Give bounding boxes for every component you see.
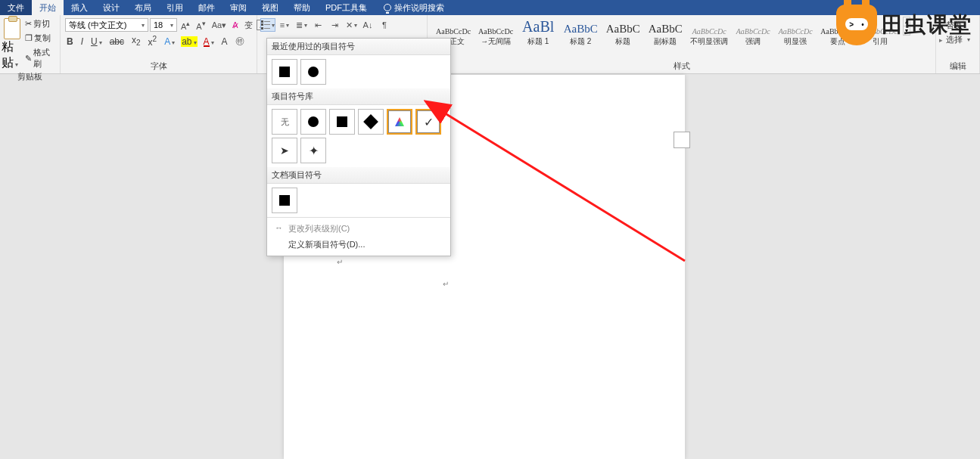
paste-button[interactable]: 粘贴 <box>2 17 22 71</box>
superscript-button[interactable]: x2 <box>147 35 159 48</box>
watermark-logo: >• 田虫课堂 <box>836 5 972 45</box>
cut-button[interactable]: 剪切 <box>22 17 58 31</box>
multilevel-button[interactable]: ≣ <box>294 18 309 32</box>
paste-icon <box>4 18 20 39</box>
clear-formatting-button[interactable]: A̷ <box>230 20 241 30</box>
change-list-level: 更改列表级别(C) <box>273 221 444 237</box>
tab-file[interactable]: 文件 <box>0 0 32 15</box>
bullet-option-none[interactable]: 无 <box>272 109 297 135</box>
bulb-icon <box>384 4 391 11</box>
group-clipboard-label: 剪贴板 <box>2 71 58 84</box>
grow-font-button[interactable]: A▴ <box>179 19 192 31</box>
style-item[interactable]: AaBbCcDc强调 <box>732 17 774 49</box>
tab-references[interactable]: 引用 <box>159 0 191 15</box>
paragraph-mark: ↵ <box>443 280 685 288</box>
bullet-option-square[interactable] <box>329 109 355 135</box>
group-font: 等线 (中文正文) 18 A▴ A▾ Aa▾ A̷ 变 A B I U abc … <box>61 15 257 73</box>
bullets-dropdown-panel: 最近使用过的项目符号 项目符号库 无 文档项目符号 更改列表级别(C) 定义新项… <box>266 38 451 256</box>
strike-button[interactable]: abc <box>108 36 126 47</box>
tab-mailings[interactable]: 邮件 <box>191 0 222 15</box>
group-styles-label: 样式 <box>432 60 931 73</box>
tab-pdftools[interactable]: PDF工具集 <box>318 0 375 15</box>
enclose-chars-button[interactable]: ㊕ <box>234 35 246 48</box>
ribbon: 粘贴 剪切 复制 格式刷 剪贴板 等线 (中文正文) 18 A▴ A▾ Aa▾ … <box>0 15 980 74</box>
logo-icon: >• <box>836 5 877 45</box>
tab-review[interactable]: 审阅 <box>222 0 254 15</box>
paste-label: 粘贴 <box>2 39 22 71</box>
font-color-button[interactable]: A <box>202 36 216 47</box>
asian-layout-button[interactable]: ✕ <box>344 18 359 32</box>
show-marks-button[interactable]: ¶ <box>377 18 392 32</box>
font-name-select[interactable]: 等线 (中文正文) <box>65 18 148 32</box>
text-effects-button[interactable]: A <box>163 36 176 47</box>
tab-help[interactable]: 帮助 <box>286 0 318 15</box>
page-break-marker <box>674 132 690 148</box>
highlight-button[interactable]: ab <box>181 36 197 47</box>
copy-button[interactable]: 复制 <box>22 31 58 45</box>
format-painter-button[interactable]: 格式刷 <box>22 45 58 71</box>
style-item[interactable]: AaBbC标题 <box>602 17 644 49</box>
recent-bullets-header: 最近使用过的项目符号 <box>267 39 450 55</box>
tab-view[interactable]: 视图 <box>254 0 286 15</box>
bullet-option-star[interactable] <box>300 138 326 163</box>
doc-bullets-header: 文档项目符号 <box>267 167 450 184</box>
bold-button[interactable]: B <box>65 36 75 47</box>
subscript-button[interactable]: x2 <box>130 35 142 47</box>
bullet-option-square[interactable] <box>272 59 297 85</box>
numbering-button[interactable]: ≡ <box>277 18 292 32</box>
change-case-button[interactable]: Aa▾ <box>210 20 229 30</box>
styles-gallery[interactable]: AaBbCcDc→正文AaBbCcDc→无间隔AaBl标题 1AaBbC标题 2… <box>432 17 901 49</box>
group-editing-label: 编辑 <box>939 60 976 73</box>
bullet-option-diamond[interactable] <box>358 109 384 135</box>
bullets-button[interactable] <box>260 18 275 32</box>
bullet-option-check[interactable] <box>415 109 441 135</box>
style-item[interactable]: AaBl标题 1 <box>517 17 559 49</box>
bullet-library-header: 项目符号库 <box>267 88 450 105</box>
search-label: 操作说明搜索 <box>394 2 444 14</box>
ribbon-tabs: 文件 开始 插入 设计 布局 引用 邮件 审阅 视图 帮助 PDF工具集 操作说… <box>0 0 980 15</box>
tell-me-search[interactable]: 操作说明搜索 <box>384 0 444 15</box>
increase-indent-button[interactable]: ⇥ <box>327 18 342 32</box>
bullet-option-circle[interactable] <box>300 59 326 85</box>
style-item[interactable]: AaBbCcDc不明显强调 <box>686 17 732 49</box>
font-size-select[interactable]: 18 <box>150 18 177 32</box>
logo-text: 田虫课堂 <box>882 11 972 39</box>
underline-button[interactable]: U <box>89 36 104 47</box>
group-font-label: 字体 <box>65 60 252 73</box>
tab-layout[interactable]: 布局 <box>127 0 159 15</box>
phonetic-guide-button[interactable]: 变 <box>242 20 255 31</box>
style-item[interactable]: AaBbCcDc→无间隔 <box>474 17 517 49</box>
paragraph-mark: ↵ <box>337 258 685 266</box>
bullet-option-circle[interactable] <box>300 109 326 135</box>
style-item[interactable]: AaBbC标题 2 <box>559 17 602 49</box>
tab-home[interactable]: 开始 <box>32 0 64 15</box>
style-item[interactable]: AaBbCcDc明显强 <box>774 17 817 49</box>
shrink-font-button[interactable]: A▾ <box>194 19 207 31</box>
italic-button[interactable]: I <box>79 36 85 47</box>
char-shading-button[interactable]: A <box>220 36 229 47</box>
tab-insert[interactable]: 插入 <box>64 0 95 15</box>
bullet-option-color-diamond[interactable] <box>387 109 412 135</box>
sort-button[interactable]: A↓ <box>360 18 375 32</box>
tab-design[interactable]: 设计 <box>95 0 127 15</box>
decrease-indent-button[interactable]: ⇤ <box>310 18 325 32</box>
group-clipboard: 粘贴 剪切 复制 格式刷 剪贴板 <box>0 15 61 73</box>
style-item[interactable]: AaBbC副标题 <box>644 17 686 49</box>
bullet-option-square[interactable] <box>272 188 297 213</box>
bullet-option-arrow[interactable] <box>272 138 297 163</box>
define-new-bullet[interactable]: 定义新项目符号(D)... <box>273 237 444 253</box>
